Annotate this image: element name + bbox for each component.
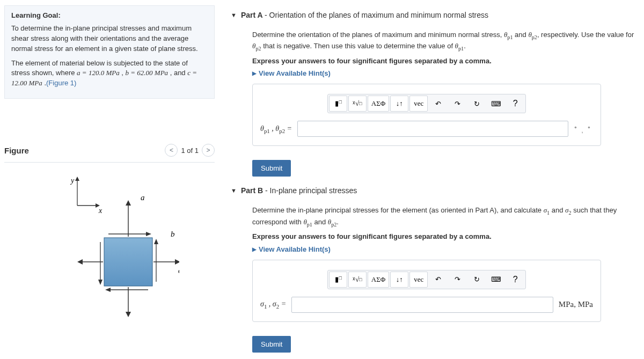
svg-text:b: b	[171, 230, 175, 238]
part-a-hints-link[interactable]: ▶ View Available Hint(s)	[252, 69, 639, 77]
tb-greek-button[interactable]: ΑΣΦ	[368, 96, 389, 112]
tb-templates-button[interactable]: ▮□	[329, 272, 347, 288]
svg-marker-8	[126, 200, 131, 206]
figure-diagram: y x a b	[4, 163, 215, 318]
part-a-input-label: θp1 , θp2 =	[260, 124, 292, 134]
part-a-title: Part A - Orientation of the planes of ma…	[241, 11, 488, 19]
part-a-answer-box: ▮□ ᵡ√□ ΑΣΦ ↓↑ vec ↶ ↷ ↻ ⌨ ? θp1 , θp2 =	[252, 84, 601, 146]
part-b-unit-tail: MPa, MPa	[559, 300, 593, 309]
part-b-toggle-icon[interactable]: ▼	[231, 187, 237, 194]
formula-toolbar: ▮□ ᵡ√□ ΑΣΦ ↓↑ vec ↶ ↷ ↻ ⌨ ?	[327, 270, 526, 289]
learning-goal-para2: The element of material below is subject…	[11, 58, 208, 89]
part-b-prompt: Determine the in-plane principal stresse…	[252, 206, 639, 229]
tb-vec-button[interactable]: vec	[409, 96, 428, 112]
part-b-instruction: Express your answers to four significant…	[252, 232, 639, 242]
part-b-hints-link[interactable]: ▶ View Available Hint(s)	[252, 245, 639, 253]
svg-marker-25	[77, 259, 83, 265]
tb-redo-button[interactable]: ↷	[448, 272, 466, 288]
learning-goal-heading: Learning Goal:	[11, 11, 208, 19]
svg-marker-1	[75, 177, 79, 181]
svg-marker-16	[154, 239, 158, 244]
svg-text:x: x	[98, 207, 103, 215]
tb-greek-button[interactable]: ΑΣΦ	[368, 272, 389, 288]
figure-prev-button[interactable]: <	[165, 144, 178, 157]
tb-vec-button[interactable]: vec	[409, 272, 428, 288]
part-a-prompt: Determine the orientation of the planes …	[252, 30, 639, 53]
figure-link[interactable]: (Figure 1)	[46, 79, 76, 87]
svg-marker-11	[175, 259, 179, 265]
tb-reset-button[interactable]: ↻	[467, 96, 486, 112]
part-b-title: Part B - In-plane principal stresses	[241, 186, 357, 195]
tb-keyboard-button[interactable]: ⌨	[487, 272, 505, 288]
svg-marker-21	[98, 280, 103, 285]
tb-sqrt-button[interactable]: ᵡ√□	[348, 96, 367, 112]
learning-goal-para1: To determine the in-plane principal stre…	[11, 24, 208, 54]
part-a-instruction: Express your answers to four significant…	[252, 56, 639, 67]
tb-subsup-button[interactable]: ↓↑	[390, 96, 408, 112]
svg-marker-19	[105, 288, 111, 292]
chevron-right-icon: ▶	[252, 70, 257, 76]
svg-marker-14	[146, 232, 151, 236]
svg-text:c: c	[178, 266, 179, 275]
tb-help-button[interactable]: ?	[506, 96, 524, 112]
part-b-answer-input[interactable]	[291, 297, 553, 313]
svg-marker-23	[126, 312, 131, 317]
tb-undo-button[interactable]: ↶	[429, 96, 447, 112]
tb-subsup-button[interactable]: ↓↑	[390, 272, 408, 288]
figure-next-button[interactable]: >	[202, 144, 215, 157]
part-a-answer-input[interactable]	[297, 121, 568, 137]
tb-sqrt-button[interactable]: ᵡ√□	[348, 272, 367, 288]
figure-counter: 1 of 1	[181, 146, 199, 155]
tb-undo-button[interactable]: ↶	[429, 272, 447, 288]
svg-rect-6	[104, 238, 152, 286]
chevron-right-icon: ▶	[252, 246, 257, 252]
tb-keyboard-button[interactable]: ⌨	[487, 96, 505, 112]
part-b-submit-button[interactable]: Submit	[252, 336, 291, 353]
figure-heading: Figure	[4, 146, 29, 155]
part-b-input-label: σ1 , σ2 =	[260, 300, 286, 310]
tb-templates-button[interactable]: ▮□	[329, 96, 347, 112]
svg-text:a: a	[141, 193, 145, 202]
learning-goal-panel: Learning Goal: To determine the in-plane…	[4, 5, 215, 99]
part-b-answer-box: ▮□ ᵡ√□ ΑΣΦ ↓↑ vec ↶ ↷ ↻ ⌨ ? σ1 , σ2 =	[252, 260, 601, 322]
svg-text:y: y	[70, 177, 75, 185]
tb-reset-button[interactable]: ↻	[467, 272, 486, 288]
tb-help-button[interactable]: ?	[506, 272, 524, 288]
degree-placeholder-icon: ∘ ∘,	[574, 126, 593, 133]
tb-redo-button[interactable]: ↷	[448, 96, 466, 112]
part-a-submit-button[interactable]: Submit	[252, 160, 291, 177]
formula-toolbar: ▮□ ᵡ√□ ΑΣΦ ↓↑ vec ↶ ↷ ↻ ⌨ ?	[327, 94, 526, 113]
part-a-toggle-icon[interactable]: ▼	[231, 12, 237, 18]
